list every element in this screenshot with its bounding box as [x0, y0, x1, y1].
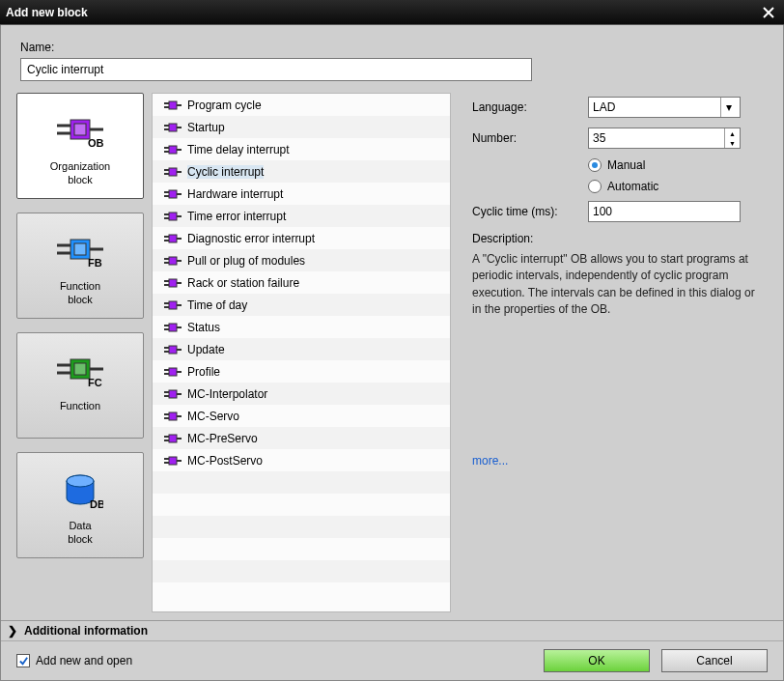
ob-list-item[interactable]: Profile: [153, 360, 450, 383]
ob-item-label: Rack or station failure: [187, 276, 299, 290]
svg-rect-25: [169, 124, 177, 131]
ob-icon: [164, 365, 182, 379]
ob-item-label: MC-Interpolator: [187, 387, 267, 401]
block-db-icon: DB: [57, 463, 103, 519]
ob-list-item[interactable]: Time of day: [153, 294, 450, 316]
ob-item-label: MC-PostServo: [187, 454, 263, 468]
language-value: LAD: [593, 100, 615, 114]
svg-text:FC: FC: [88, 377, 102, 388]
description-header: Description:: [472, 232, 758, 245]
ob-icon: [164, 387, 182, 401]
svg-rect-7: [74, 243, 86, 255]
title-bar: Add new block: [0, 0, 784, 25]
ob-icon: [164, 410, 182, 423]
svg-rect-85: [169, 457, 177, 465]
ob-icon: [164, 143, 182, 156]
dialog-title: Add new block: [6, 6, 759, 19]
ob-list-item[interactable]: Startup: [153, 116, 450, 138]
description-text: A "Cyclic interrupt" OB allows you to st…: [472, 251, 758, 319]
more-link[interactable]: more...: [472, 454, 758, 468]
svg-text:OB: OB: [88, 137, 104, 149]
manual-label: Manual: [607, 158, 645, 172]
ob-item-label: MC-PreServo: [187, 432, 258, 445]
ob-list-item[interactable]: Diagnostic error interrupt: [153, 227, 450, 249]
ob-item-label: Profile: [187, 365, 220, 379]
ob-list-item[interactable]: MC-Interpolator: [153, 383, 450, 405]
ob-icon: [164, 165, 182, 179]
ob-list-item[interactable]: MC-PreServo: [153, 427, 450, 449]
ob-list-item[interactable]: MC-PostServo: [153, 449, 450, 471]
svg-rect-49: [169, 257, 177, 265]
spin-up-icon[interactable]: ▲: [725, 128, 740, 138]
ob-item-label: Status: [187, 321, 220, 334]
ob-item-label: Cyclic interrupt: [187, 165, 264, 179]
ob-icon: [164, 121, 182, 134]
block-type-ob[interactable]: OBOrganizationblock: [16, 93, 144, 199]
ob-list-item[interactable]: Rack or station failure: [153, 271, 450, 294]
ob-icon: [164, 210, 182, 223]
name-label: Name:: [20, 41, 764, 54]
ob-list-item[interactable]: Update: [153, 338, 450, 360]
ob-item-label: Time delay interrupt: [187, 143, 290, 156]
ob-icon: [164, 454, 182, 468]
svg-rect-81: [169, 435, 177, 442]
svg-rect-45: [169, 235, 177, 242]
ob-list-item[interactable]: Cyclic interrupt: [153, 160, 450, 183]
radio-icon: [588, 158, 602, 172]
block-type-fc[interactable]: FCFunction: [16, 332, 144, 439]
svg-rect-61: [169, 324, 177, 331]
ob-list-item[interactable]: Pull or plug of modules: [153, 249, 450, 271]
block-type-label: Functionblock: [60, 279, 100, 307]
ob-item-label: Time error interrupt: [187, 210, 286, 223]
svg-text:FB: FB: [88, 257, 102, 269]
ob-list-item[interactable]: MC-Servo: [153, 405, 450, 427]
ob-list-item[interactable]: Hardware interrupt: [153, 183, 450, 205]
svg-rect-33: [169, 168, 177, 176]
block-type-db[interactable]: DBDatablock: [16, 452, 144, 558]
block-type-label: Function: [60, 399, 100, 412]
cyclic-time-value: 100: [593, 205, 612, 218]
ob-item-label: Startup: [187, 121, 225, 134]
cyclic-time-label: Cyclic time (ms):: [472, 205, 588, 218]
ob-icon: [164, 99, 182, 112]
svg-rect-77: [169, 412, 177, 420]
add-open-label: Add new and open: [36, 654, 132, 667]
block-type-label: Organizationblock: [50, 159, 110, 187]
svg-rect-57: [169, 301, 177, 309]
ob-list-item[interactable]: Status: [153, 316, 450, 338]
cyclic-time-input[interactable]: 100: [588, 201, 741, 222]
chevron-down-icon: ▾: [720, 98, 736, 117]
svg-rect-65: [169, 346, 177, 354]
add-open-checkbox[interactable]: [16, 654, 30, 667]
svg-rect-73: [169, 390, 177, 398]
ob-item-label: MC-Servo: [187, 410, 239, 423]
name-input[interactable]: [20, 58, 532, 81]
radio-automatic[interactable]: Automatic: [588, 180, 758, 193]
ob-icon: [164, 232, 182, 245]
ob-icon: [164, 343, 182, 356]
ob-icon: [164, 254, 182, 268]
radio-icon: [588, 180, 602, 193]
close-icon: [762, 6, 775, 19]
block-fb-icon: FB: [53, 223, 107, 279]
number-input[interactable]: 35 ▲ ▼: [588, 128, 741, 149]
ok-button[interactable]: OK: [544, 649, 650, 672]
svg-rect-41: [169, 213, 177, 220]
svg-rect-21: [169, 101, 177, 109]
radio-manual[interactable]: Manual: [588, 158, 758, 172]
language-label: Language:: [472, 100, 588, 114]
close-button[interactable]: [759, 4, 778, 21]
block-type-fb[interactable]: FBFunctionblock: [16, 213, 144, 319]
ob-list-item[interactable]: Program cycle: [153, 94, 450, 116]
additional-info-header: Additional information: [24, 624, 148, 638]
expand-additional-info[interactable]: ❯: [5, 624, 20, 638]
svg-text:DB: DB: [90, 498, 103, 510]
ob-icon: [164, 298, 182, 312]
ob-list-item[interactable]: Time delay interrupt: [153, 138, 450, 160]
cancel-button[interactable]: Cancel: [661, 649, 768, 672]
ob-icon: [164, 187, 182, 201]
language-select[interactable]: LAD ▾: [588, 97, 741, 118]
ob-type-list[interactable]: Program cycleStartupTime delay interrupt…: [152, 93, 451, 612]
ob-list-item[interactable]: Time error interrupt: [153, 205, 450, 227]
spin-down-icon[interactable]: ▼: [725, 138, 740, 148]
